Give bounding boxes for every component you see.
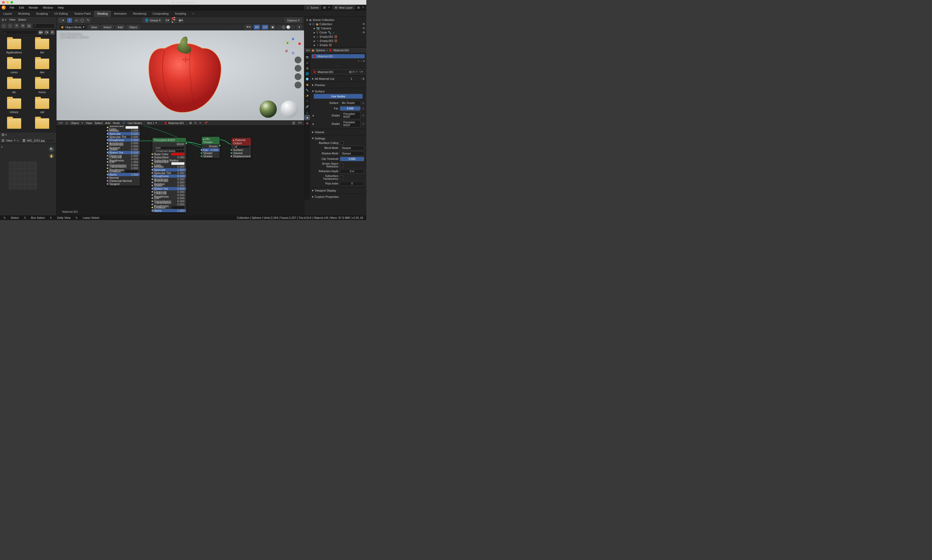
shading-options-icon[interactable]: ▾ — [297, 25, 302, 30]
image-preview[interactable] — [9, 161, 37, 189]
tab-render-icon[interactable]: 📷 — [305, 55, 309, 59]
section-custom-props[interactable]: ▸ Custom Properties — [312, 194, 364, 199]
node-input-row[interactable]: IOR0.000 — [152, 197, 186, 200]
node-input-row[interactable]: Anisotropic Rotation0.000 — [152, 181, 186, 184]
tab-texture-icon[interactable]: ▦ — [305, 121, 309, 125]
pass-index-field[interactable]: 0 — [340, 182, 364, 186]
select-lasso-icon[interactable]: ✎ — [85, 18, 91, 23]
overlays-toggle-icon[interactable]: ◎▾ — [261, 25, 268, 30]
pivot-icon[interactable]: ⊙▾ — [165, 18, 170, 23]
node-input-row[interactable]: Specular Tint0.000 — [108, 135, 140, 138]
menu-file[interactable]: File — [7, 5, 17, 11]
tab-output-icon[interactable]: 🖨 — [305, 60, 309, 65]
eye-icon[interactable]: 👁 — [362, 31, 365, 34]
snap-icon[interactable]: 🧲▾ — [171, 18, 177, 23]
slot-add-icon[interactable]: + — [358, 59, 359, 63]
eye-icon[interactable]: 👁 — [362, 23, 365, 26]
section-all-materials[interactable]: ▸ All Material List1: 4 — [312, 76, 364, 81]
folder-item[interactable]: home — [31, 78, 53, 94]
3d-viewport[interactable]: User Perspective (1) Collection | Sphere… — [57, 30, 304, 120]
folder-item[interactable]: Library — [3, 98, 25, 114]
folder-item[interactable]: cores — [3, 58, 25, 74]
node-input-row[interactable]: Emission — [108, 170, 140, 173]
node-input-row[interactable]: Subsurface0.000 — [152, 156, 186, 159]
use-nodes-button[interactable]: Use Nodes — [314, 94, 363, 98]
surface-input[interactable]: Surface — [233, 148, 249, 152]
node-principled-left[interactable]: Subsurface ColorMetallic0.000Specular0.5… — [108, 126, 140, 186]
displacement-input[interactable]: Displacement — [233, 155, 251, 158]
fac-input[interactable]: Fac0.500 — [202, 148, 220, 152]
tab-material-icon[interactable]: ◉ — [305, 115, 309, 120]
ne-object[interactable]: Object — [71, 122, 79, 125]
editor-type-icon[interactable]: ⬚▾ — [58, 18, 65, 23]
ne-menu-view[interactable]: View — [86, 122, 92, 125]
node-input-row[interactable]: Roughness0.500 — [108, 138, 140, 142]
tab-layout[interactable]: Layout — [0, 11, 15, 17]
node-input-row[interactable]: Sheen0.000 — [152, 184, 186, 187]
prop-link-icon[interactable] — [362, 108, 364, 110]
ne-menu-node[interactable]: Node — [113, 122, 120, 125]
editor-type-icon[interactable]: ⚙▾ — [306, 49, 310, 52]
node-input-row[interactable]: Alpha1.000 — [108, 173, 140, 176]
axis-x-icon[interactable]: X — [298, 42, 301, 45]
minimize-icon[interactable] — [6, 1, 9, 4]
shader1-field[interactable]: Principled BSDF — [341, 112, 361, 119]
tab-physics-icon[interactable]: ⚛ — [305, 98, 309, 103]
ne-menu-add[interactable]: Add — [105, 122, 111, 125]
editor-type-icon[interactable]: 🖼 ▾ — [2, 133, 7, 137]
filter-visibility-icon[interactable]: 👁▾ — [245, 25, 252, 30]
imged-menu-view[interactable]: View — [6, 139, 12, 142]
fb-menu-view[interactable]: View — [9, 18, 15, 21]
viewlayer-add-icon[interactable]: ▦ — [357, 6, 360, 9]
folder-item[interactable]: opt — [31, 98, 53, 114]
ne-menu-select[interactable]: Select — [94, 122, 103, 125]
section-preview[interactable]: ▸ Preview — [312, 83, 364, 87]
node-input-row[interactable]: Clearcoat Normal — [108, 179, 140, 182]
camera-icon[interactable] — [295, 73, 301, 80]
section-volume[interactable]: ▸ Volume — [312, 130, 364, 134]
scene-selector[interactable]: ◎Scene — [304, 5, 321, 10]
perspective-icon[interactable] — [295, 82, 301, 88]
outliner-item-empty[interactable]: ▸⊹Empty🖼 — [305, 43, 366, 47]
collapse-icon[interactable]: ◂ — [1, 145, 2, 148]
axis-neg-z-icon[interactable] — [292, 52, 294, 54]
section-viewport-display[interactable]: ▸ Viewport Display — [312, 188, 364, 192]
tab-add[interactable]: + — [189, 11, 197, 17]
node-input-row[interactable]: Metallic0.000 — [152, 165, 186, 168]
node-editor[interactable]: Subsurface ColorMetallic0.000Specular0.5… — [57, 126, 304, 215]
solid-shade-icon[interactable] — [281, 25, 286, 29]
mode-selector[interactable]: ▣Object Mode▾ — [58, 25, 87, 29]
folder-item[interactable]: etc — [3, 78, 25, 94]
outliner-item-camera[interactable]: ▸📷Camera👁 — [305, 26, 366, 30]
tab-sculpting[interactable]: Sculpting — [33, 11, 51, 17]
nav-newfolder-icon[interactable]: 🗀 — [27, 23, 31, 28]
material-slot[interactable]: Material.001 — [312, 54, 365, 58]
tab-object-icon[interactable]: ▣ — [305, 82, 309, 87]
breadcrumb-mat[interactable]: Material.001 — [333, 49, 349, 52]
node-input-row[interactable]: Anisotropic Rotation0.000 — [108, 145, 140, 148]
gizmo-toggle-icon[interactable]: ⊕▾ — [254, 25, 260, 30]
breadcrumb-obj[interactable]: Sphere — [316, 49, 325, 52]
scene-add-icon[interactable]: ▦ — [323, 6, 326, 9]
traffic-lights[interactable] — [2, 1, 13, 4]
sidebar-toggle-icon[interactable]: ≡ — [17, 139, 18, 142]
node-input-row[interactable]: Base Color — [152, 152, 186, 156]
select-circle-icon[interactable]: ◯ — [80, 18, 85, 23]
tab-shading[interactable]: Shading — [94, 11, 111, 17]
editor-type-icon[interactable]: 🖼 — [2, 139, 5, 142]
nodewrangler-icon[interactable]: ▽▾ — [359, 70, 363, 74]
node-principled-bsdf[interactable]: Principled BSDF BSDF GGX Christensen-Bur… — [152, 138, 186, 212]
select-box-icon[interactable]: ▭ — [74, 18, 79, 23]
vp-menu-add[interactable]: Add — [115, 25, 125, 29]
xray-icon[interactable]: ▣ — [270, 25, 275, 30]
zoom-icon[interactable] — [295, 57, 301, 63]
tab-scene-icon[interactable]: 🌐 — [305, 71, 309, 76]
volume-input[interactable]: Volume — [233, 152, 249, 155]
pin-icon[interactable]: 📌 — [204, 121, 208, 125]
tab-world-icon[interactable]: 🌍 — [305, 77, 309, 82]
rendered-shade-icon[interactable] — [291, 25, 295, 29]
material-selector[interactable]: Material.001 — [162, 121, 186, 125]
hdri-sphere[interactable] — [260, 100, 277, 118]
tab-animation[interactable]: Animation — [111, 11, 130, 17]
node-input-row[interactable]: Specular0.500 — [108, 132, 140, 135]
